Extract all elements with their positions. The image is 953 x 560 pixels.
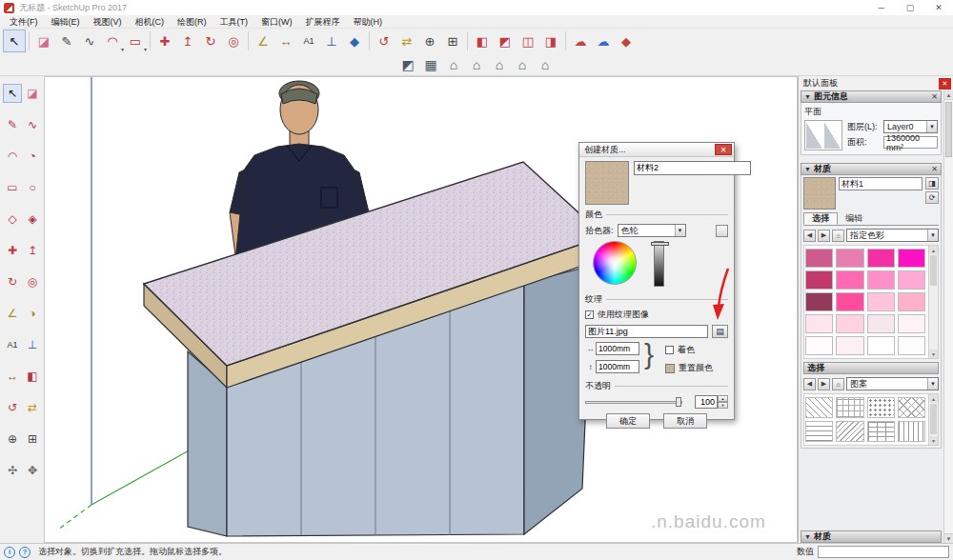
help-icon[interactable]: ? xyxy=(19,547,30,558)
zoom-extents-tool-button[interactable]: ⊞ xyxy=(441,30,464,52)
menu-item-8[interactable]: 扩展程序 xyxy=(299,15,347,29)
pattern-swatch[interactable] xyxy=(836,421,863,442)
zoom-tool-button[interactable]: ⊕ xyxy=(3,430,22,449)
color-swatch[interactable] xyxy=(898,249,925,268)
view-front-button[interactable]: ⌂ xyxy=(442,54,465,75)
section-plane-tool-button[interactable]: ◧ xyxy=(23,367,42,386)
axes-tool-button[interactable]: ⊥ xyxy=(320,30,343,52)
color-swatch[interactable] xyxy=(867,270,895,290)
view-top-button[interactable]: ▦ xyxy=(419,54,442,75)
texture-file-input[interactable] xyxy=(585,325,708,338)
color-swatch[interactable] xyxy=(805,314,833,333)
arc-tool-button[interactable]: ◠ xyxy=(3,147,22,166)
view-right-button[interactable]: ⌂ xyxy=(465,54,488,75)
maximize-button[interactable]: ▢ xyxy=(896,0,924,15)
color-swatch[interactable] xyxy=(805,249,833,268)
menu-item-3[interactable]: 视图(V) xyxy=(87,15,129,29)
dimension-tool-button[interactable]: ↔ xyxy=(3,367,22,386)
text-tool-button[interactable]: A1 xyxy=(3,335,22,354)
scroll-up-icon[interactable]: ▲ xyxy=(944,90,953,100)
section-cut-tool-button[interactable]: ◨ xyxy=(539,30,562,52)
offset-tool-button[interactable]: ◎ xyxy=(222,30,245,52)
color-swatch[interactable] xyxy=(867,292,895,311)
arc-tool-button[interactable]: ◠▾ xyxy=(101,30,124,52)
dropdown-caret-icon[interactable]: ▾ xyxy=(144,47,147,52)
orbit-tool-button[interactable]: ↺ xyxy=(373,30,395,52)
opacity-slider-handle[interactable] xyxy=(676,397,681,407)
orbit-tool-button[interactable]: ↺ xyxy=(3,398,22,417)
pushpull-tool-button[interactable]: ↥ xyxy=(176,30,199,52)
rotate-tool-button[interactable]: ↻ xyxy=(3,272,22,291)
scroll-down-icon[interactable]: ▼ xyxy=(929,436,938,445)
add-location-tool-button[interactable]: ☁ xyxy=(569,30,592,52)
view-bottom-button[interactable]: ⌂ xyxy=(534,54,557,75)
menu-item-4[interactable]: 相机(C) xyxy=(129,15,172,29)
rectangle-tool-button[interactable]: ▭ xyxy=(3,178,22,197)
forward-arrow-icon[interactable]: ▶ xyxy=(818,230,830,242)
tray-scrollbar[interactable]: ▲ ▼ xyxy=(943,90,953,543)
close-button[interactable]: ✕ xyxy=(924,0,953,15)
collapse-icon[interactable]: ▼ xyxy=(804,93,811,100)
walk-tool-button[interactable]: ✣ xyxy=(3,461,22,480)
tape-measure-tool-button[interactable]: ∠ xyxy=(252,30,274,52)
eraser-tool-button[interactable]: ◪ xyxy=(23,84,42,103)
menu-item-2[interactable]: 编辑(E) xyxy=(45,15,87,29)
menu-item-9[interactable]: 帮助(H) xyxy=(347,15,390,29)
section-display-tool-button[interactable]: ◫ xyxy=(517,30,539,52)
color-swatch[interactable] xyxy=(805,270,833,290)
color-swatch[interactable] xyxy=(836,292,863,311)
polygon-tool-button[interactable]: ◇ xyxy=(3,210,22,229)
in-model-icon[interactable]: ⌂ xyxy=(832,230,844,242)
pattern-swatch[interactable] xyxy=(867,421,895,442)
back-arrow-icon[interactable]: ◀ xyxy=(803,378,816,390)
value-slider-handle[interactable] xyxy=(651,242,669,246)
screen-picker-button[interactable] xyxy=(716,225,728,237)
texture-height-input[interactable] xyxy=(596,360,639,373)
pattern-swatch[interactable] xyxy=(805,421,833,442)
section-plane-tool-button[interactable]: ◧ xyxy=(471,30,494,52)
material-category-dropdown[interactable]: 指定色彩 ▼ xyxy=(846,229,939,242)
pattern-scrollbar[interactable]: ▲ ▼ xyxy=(928,394,938,445)
entity-info-header[interactable]: ▼ 图元信息 ✕ xyxy=(801,90,942,103)
select-section-header[interactable]: 选择 xyxy=(803,362,939,374)
pattern-swatch[interactable] xyxy=(898,421,925,442)
texture-width-input[interactable] xyxy=(596,342,639,355)
eraser-tool-button[interactable]: ◪ xyxy=(32,30,55,52)
measurements-input[interactable] xyxy=(818,546,949,558)
color-swatch[interactable] xyxy=(867,336,895,355)
select-tool-button[interactable]: ↖ xyxy=(3,30,26,52)
tape-measure-tool-button[interactable]: ∠ xyxy=(3,304,22,323)
rectangle-tool-button[interactable]: ▭▾ xyxy=(124,30,147,52)
secondary-pane-button[interactable]: ◨ xyxy=(925,177,939,190)
tab-select[interactable]: 选择 xyxy=(803,212,838,225)
look-around-tool-button[interactable]: ✥ xyxy=(23,461,42,480)
reset-color-label[interactable]: 重置颜色 xyxy=(679,362,713,374)
pattern-swatch[interactable] xyxy=(805,397,833,418)
color-swatch[interactable] xyxy=(836,249,863,268)
dialog-title-bar[interactable]: 创建材质... ✕ xyxy=(579,143,734,157)
entity-info-close-icon[interactable]: ✕ xyxy=(931,92,938,101)
dimension-tool-button[interactable]: ↔ xyxy=(274,30,297,52)
use-texture-checkbox[interactable]: ✓ xyxy=(585,310,594,319)
freehand-tool-button[interactable]: ∿ xyxy=(23,115,42,134)
circle-tool-button[interactable]: ○ xyxy=(23,178,42,197)
paint-bucket-tool-button[interactable]: ◆ xyxy=(343,30,366,52)
color-swatch[interactable] xyxy=(867,249,895,268)
zoom-tool-button[interactable]: ⊕ xyxy=(418,30,441,52)
opacity-slider[interactable] xyxy=(585,396,682,408)
opacity-up-button[interactable]: ▲ xyxy=(718,395,728,402)
view-left-button[interactable]: ⌂ xyxy=(511,54,534,75)
pattern-swatch[interactable] xyxy=(898,397,925,418)
color-swatch[interactable] xyxy=(836,314,863,333)
freehand-tool-button[interactable]: ∿ xyxy=(78,30,101,52)
active-material-thumbnail[interactable] xyxy=(803,177,836,210)
value-slider[interactable] xyxy=(654,241,664,287)
line-tool-button[interactable]: ✎ xyxy=(3,115,22,134)
scrollbar-thumb[interactable] xyxy=(930,255,937,286)
protractor-tool-button[interactable]: ◑ xyxy=(23,304,42,323)
minimize-button[interactable]: ─ xyxy=(867,0,896,15)
tray-close-button[interactable]: ✕ xyxy=(939,78,951,90)
scroll-down-icon[interactable]: ▼ xyxy=(944,533,953,543)
text-tool-button[interactable]: A1 xyxy=(297,30,320,52)
material-name-input[interactable] xyxy=(634,161,751,175)
